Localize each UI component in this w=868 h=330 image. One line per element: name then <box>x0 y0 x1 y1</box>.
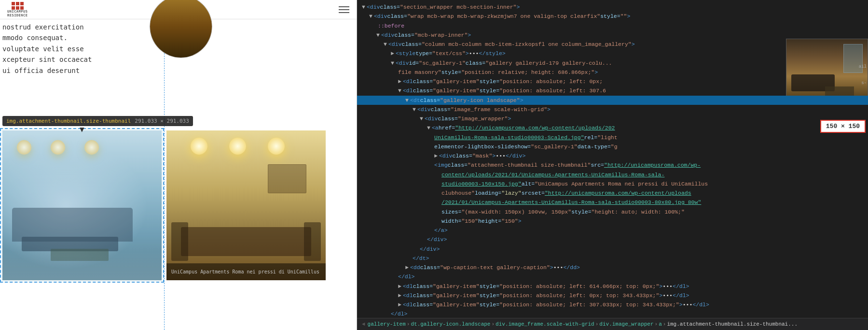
collapse-triangle[interactable]: ▼ <box>398 86 401 95</box>
logo-area: UNICAMPUSRESIDENCE <box>7 2 28 17</box>
breadcrumb-item[interactable]: div.image_frame.scale-with-grid <box>496 321 594 327</box>
breadcrumb-item[interactable]: div.image_wrapper <box>599 321 653 327</box>
circular-image <box>150 0 212 58</box>
devtools-line: </dt> <box>357 254 868 263</box>
breadcrumb-item[interactable]: gallery-item <box>368 321 406 327</box>
devtools-line[interactable]: ▼ <dl class="gallery-item" style="positi… <box>357 86 868 95</box>
devtools-line-pseudo[interactable]: ::before <box>357 21 868 30</box>
devtools-line: </a> <box>357 226 868 235</box>
tooltip-selector: img.attachment-thumbnail.size-thumbnail <box>6 118 131 124</box>
breadcrumb-nav-icon: ◄ <box>362 321 365 327</box>
gallery-image-2[interactable]: UniCampus Apartments Roma nei pressi di … <box>166 130 326 280</box>
content-text: nostrud exercitation mmodo consequat. vo… <box>2 22 92 76</box>
logo-icon <box>12 2 24 10</box>
devtools-line-continuation: clubhouse" loading="lazy" srcset="http:/… <box>357 188 868 198</box>
devtools-line[interactable]: ► <dl class="gallery-item" style="positi… <box>357 282 868 291</box>
devtools-line-continuation: /2021/01/Unicampus-Apartments-UniCamillu… <box>357 198 868 207</box>
collapse-triangle[interactable]: ▼ <box>362 3 365 11</box>
devtools-line-img: <img class="attachment-thumbnail size-th… <box>357 160 868 170</box>
devtools-line-continuation: content/uploads/2021/01/Unicampus-Apartm… <box>357 170 868 179</box>
devtools-line-continuation: width="150" height="150" > <box>357 216 868 226</box>
devtools-line[interactable]: ▼ <div class="mcb-wrap-inner"> <box>357 30 868 40</box>
image-caption: UniCampus Apartments Roma nei pressi di … <box>166 263 326 280</box>
devtools-line: </div> <box>357 235 868 244</box>
collapse-triangle[interactable]: ▼ <box>427 124 430 132</box>
devtools-breadcrumb: ◄ gallery-item › dt.gallery-icon.landsca… <box>357 318 868 330</box>
devtools-line[interactable]: ► <div class="mask"> ••• </div> <box>357 151 868 160</box>
collapse-triangle[interactable]: ► <box>398 291 401 300</box>
collapse-triangle[interactable]: ▼ <box>413 105 416 114</box>
devtools-line[interactable]: ► <dd class="wp-caption-text gallery-cap… <box>357 263 868 272</box>
breadcrumb-item[interactable]: dt.gallery-icon.landscape <box>411 321 490 327</box>
devtools-elements-panel[interactable]: ▼ <div class="section_wrapper mcb-sectio… <box>357 0 868 318</box>
devtools-line-continuation: studio00003-150x150.jpg" alt="UniCampus … <box>357 179 868 188</box>
devtools-line[interactable]: ► <dl class="gallery-item" style="positi… <box>357 77 868 86</box>
breadcrumb-item[interactable]: a <box>659 321 662 327</box>
left-panel: UNICAMPUSRESIDENCE nostrud exercitation … <box>0 0 357 330</box>
element-selection-box <box>0 128 164 283</box>
collapse-triangle[interactable]: ▼ <box>376 31 380 39</box>
dashed-guide-vertical <box>164 19 165 330</box>
devtools-line[interactable]: ▼ <div class="wrap mcb-wrap mcb-wrap-zkw… <box>357 12 868 21</box>
collapse-triangle[interactable]: ► <box>398 77 401 86</box>
devtools-line: </dl> <box>357 272 868 281</box>
size-badge: 150 × 150 <box>820 120 866 133</box>
devtools-line[interactable]: ► <style type="text/css"> ••• </style> <box>357 49 868 58</box>
devtools-line[interactable]: ▼ <div class="image_wrapper"> <box>357 114 868 123</box>
collapse-triangle[interactable]: ▼ <box>391 59 394 67</box>
devtools-line[interactable]: ▼ <div class="column mcb-column mcb-item… <box>357 40 868 49</box>
collapse-triangle[interactable]: ► <box>398 301 401 309</box>
pointer-arrow-icon: ▼ <box>80 125 84 134</box>
collapse-triangle[interactable]: ▼ <box>405 96 409 104</box>
devtools-line[interactable]: ► <dl class="gallery-item" style="positi… <box>357 300 868 309</box>
devtools-line: </div> <box>357 244 868 254</box>
tooltip-size: 291.033 × 291.033 <box>135 118 189 124</box>
collapse-triangle[interactable]: ► <box>405 263 409 272</box>
collapse-triangle[interactable]: ▼ <box>369 12 372 20</box>
collapse-triangle[interactable]: ▼ <box>420 115 423 123</box>
devtools-line: UniCamillus-Roma-sala-studio00003-Scaled… <box>357 133 868 142</box>
devtools-line[interactable]: ▼ <div class="section_wrapper mcb-sectio… <box>357 2 868 12</box>
devtools-line[interactable]: ▼ <div id="sc_gallery-1" class="gallery … <box>357 58 868 68</box>
collapse-triangle[interactable]: ► <box>398 282 401 290</box>
collapse-triangle[interactable]: ► <box>434 152 438 160</box>
devtools-line-continuation: sizes="(max-width: 150px) 100vw, 150px" … <box>357 207 868 216</box>
devtools-line-continuation: file masonry" style="position: relative;… <box>357 68 868 77</box>
devtools-line[interactable]: ▼ <div class="image_frame scale-with-gri… <box>357 105 868 114</box>
devtools-line[interactable]: ► <dl class="gallery-item" style="positi… <box>357 291 868 300</box>
collapse-triangle[interactable]: ▼ <box>384 40 387 48</box>
devtools-line: </dl> <box>357 309 868 318</box>
logo-text: UNICAMPUSRESIDENCE <box>7 10 28 17</box>
devtools-line[interactable]: ▼ <a href="http://unicampusroma.com/wp-c… <box>357 123 868 132</box>
devtools-line-selected[interactable]: ▼ <dt class="gallery-icon landscape"> <box>357 96 868 105</box>
devtools-panel: 150 × 150 ail s- ▼ <div class="section_w… <box>357 0 868 330</box>
breadcrumb-current: img.attachment-thumbnail.size-thumbnai..… <box>667 321 798 327</box>
caption-text: UniCampus Apartments Roma nei pressi di … <box>171 269 319 274</box>
collapse-triangle[interactable]: ► <box>391 49 394 57</box>
element-tooltip: img.attachment-thumbnail.size-thumbnail … <box>2 116 193 126</box>
hamburger-menu-icon[interactable] <box>339 6 349 13</box>
devtools-line: elementor-lightbox-slideshow="sc_gallery… <box>357 142 868 151</box>
